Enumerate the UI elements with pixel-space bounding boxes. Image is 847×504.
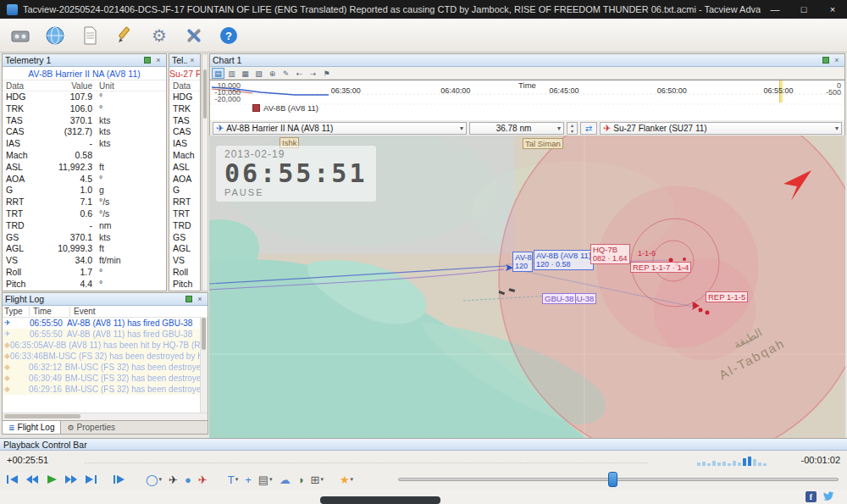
telemetry-row[interactable]: TRK106.0°: [3, 103, 166, 115]
tab-flight-log[interactable]: ≣ Flight Log: [3, 421, 61, 434]
map-unit-label[interactable]: GBU-38: [542, 293, 576, 304]
flight-log-row[interactable]: ✈06:55:50AV-8B (AV8 11) has fired GBU-38: [3, 329, 208, 340]
windows-tool-button[interactable]: ⊞▾: [307, 472, 325, 487]
telemetry-row[interactable]: G: [169, 185, 200, 197]
skip-end-button[interactable]: [81, 472, 99, 487]
telemetry-row[interactable]: TRD-nm: [3, 220, 166, 232]
chart-view-2[interactable]: ▥: [225, 68, 238, 79]
telemetry-1-object[interactable]: AV-8B Harrier II NA (AV8 11): [3, 67, 166, 80]
distance-select[interactable]: 36.78 nm ▾: [469, 122, 564, 135]
measure-tool-button[interactable]: +: [242, 472, 254, 487]
camera-aircraft-button[interactable]: ✈: [166, 472, 180, 487]
telemetry-row[interactable]: Mach: [169, 150, 200, 162]
telemetry-scrollbar[interactable]: [202, 53, 208, 291]
chart-view-3[interactable]: ▦: [239, 68, 252, 79]
flight-log-row[interactable]: ◆06:32:12BM-USC (FS 32) has been destroy…: [3, 362, 208, 373]
flight-log-row[interactable]: ◆06:35:05AV-8B (AV8 11) has been hit by …: [3, 340, 208, 351]
telemetry-row[interactable]: RRT7.1°/s: [3, 197, 166, 208]
primary-object-select[interactable]: ✈ AV-8B Harrier II NA (AV8 11) ▾: [213, 122, 467, 135]
scrollbar-thumb[interactable]: [4, 414, 80, 418]
close-panel-icon[interactable]: ×: [187, 55, 197, 66]
telemetry-row[interactable]: Roll1.7°: [3, 267, 166, 279]
telemetry-row[interactable]: IAS: [169, 138, 200, 150]
float-panel-icon[interactable]: [822, 57, 829, 64]
online-globe-button[interactable]: [42, 22, 69, 49]
flight-log-vscrollbar[interactable]: [200, 317, 208, 413]
telemetry-row[interactable]: HDG107.9°: [3, 91, 166, 103]
tab-properties[interactable]: ⚙ Properties: [61, 421, 121, 434]
layers-tool-button[interactable]: ▤▾: [256, 472, 275, 487]
minimize-button[interactable]: —: [761, 0, 789, 19]
chart-plot-area[interactable]: Time AV-8B (AV8 11) 06:35:0006:40:0006:4…: [210, 80, 844, 120]
telemetry-row[interactable]: GS370.1kts: [3, 232, 166, 244]
slider-handle[interactable]: [608, 472, 617, 487]
camera-weapon-button[interactable]: ✈: [196, 472, 210, 487]
slider-track[interactable]: [398, 478, 839, 481]
map-unit-label[interactable]: AV-8B (AV8 11)120 · 0.58: [534, 250, 594, 270]
telemetry-row[interactable]: ASL11,992.3ft: [3, 162, 166, 174]
map-unit-label[interactable]: HQ-7B082 · 1.64: [590, 244, 630, 264]
telemetry-row[interactable]: IAS-kts: [3, 138, 166, 150]
float-panel-icon[interactable]: [144, 57, 151, 64]
edit-tool[interactable]: ✎: [280, 68, 292, 79]
weather-tool-button[interactable]: ☁: [277, 472, 293, 487]
flight-recorder-button[interactable]: [7, 22, 34, 49]
telemetry-row[interactable]: AGL: [169, 243, 200, 255]
distance-spinner[interactable]: ▴▾: [567, 122, 578, 135]
rewind-button[interactable]: [23, 472, 41, 487]
telemetry-row[interactable]: TRD: [169, 220, 200, 232]
fast-forward-button[interactable]: [62, 472, 80, 487]
pan-right-tool[interactable]: ⇢: [307, 68, 319, 79]
map-unit-label[interactable]: 1-1-6: [636, 249, 657, 258]
map-unit-label[interactable]: REP 1-1-5: [706, 291, 748, 302]
facebook-icon[interactable]: f: [805, 491, 817, 502]
zoom-tool[interactable]: ⊕: [266, 68, 279, 79]
chart-view-1[interactable]: ▤: [212, 68, 224, 79]
terrain-tool-button[interactable]: ◑: [295, 472, 307, 487]
telemetry-row[interactable]: VS34.0ft/min: [3, 255, 166, 267]
telemetry-row[interactable]: HDG: [169, 91, 200, 103]
close-button[interactable]: ×: [818, 0, 847, 19]
step-forward-button[interactable]: [110, 472, 128, 487]
twitter-icon[interactable]: [822, 491, 835, 502]
document-button[interactable]: [76, 22, 103, 49]
telemetry-row[interactable]: Pitch4.4°: [3, 279, 166, 291]
map-unit-label[interactable]: REP 1-1-7 · 1-4: [630, 262, 691, 273]
close-panel-icon[interactable]: ×: [195, 294, 205, 305]
annotation-pen-button[interactable]: [111, 22, 138, 49]
telemetry-row[interactable]: TRT: [169, 208, 200, 220]
telemetry-row[interactable]: Pitch: [169, 279, 200, 291]
telemetry-row[interactable]: TAS370.1kts: [3, 115, 166, 127]
map-3d-view[interactable]: IshkTal SimanGBU-38GBU-38AV-8120AV-8B (A…: [209, 136, 845, 438]
close-panel-icon[interactable]: ×: [153, 55, 163, 66]
telemetry-row[interactable]: RRT: [169, 197, 200, 208]
telemetry-2-object[interactable]: Su-27 Flan...: [169, 67, 200, 80]
close-panel-icon[interactable]: ×: [832, 55, 842, 66]
map-unit-label[interactable]: AV-8120: [512, 252, 533, 272]
swap-objects-button[interactable]: ⇄: [580, 122, 597, 135]
pan-left-tool[interactable]: ⇠: [293, 68, 306, 79]
tools-button[interactable]: [180, 22, 208, 49]
flight-log-row[interactable]: ✈06:55:50AV-8B (AV8 11) has fired GBU-38: [3, 318, 208, 329]
flight-log-row[interactable]: ◆06:29:16BM-USC (FS 32) has been destroy…: [3, 384, 208, 395]
flight-log-hscrollbar[interactable]: [3, 413, 208, 420]
telemetry-row[interactable]: G1.0g: [3, 185, 166, 197]
play-button[interactable]: [42, 472, 60, 487]
telemetry-row[interactable]: TRK: [169, 103, 200, 115]
telemetry-row[interactable]: TAS: [169, 115, 200, 127]
labels-tool-button[interactable]: T▾: [225, 472, 241, 487]
telemetry-row[interactable]: CAS: [169, 126, 200, 138]
bookmark-tool[interactable]: ⚑: [320, 68, 333, 79]
camera-earth-button[interactable]: ●: [182, 472, 194, 487]
secondary-object-select[interactable]: ✈ Su-27 Flanker (SU27 11) ▾: [600, 122, 842, 135]
chart-legend[interactable]: AV-8B (AV8 11): [252, 103, 318, 113]
telemetry-row[interactable]: GS: [169, 232, 200, 244]
telemetry-row[interactable]: VS: [169, 255, 200, 267]
telemetry-row[interactable]: TRT0.6°/s: [3, 208, 166, 220]
favorites-button[interactable]: ★ ▾: [337, 474, 356, 486]
telemetry-row[interactable]: AOA4.5°: [3, 174, 166, 186]
settings-button[interactable]: ⚙: [146, 22, 173, 49]
float-panel-icon[interactable]: [185, 296, 192, 302]
map-place-label[interactable]: Tal Siman: [523, 138, 563, 149]
skip-start-button[interactable]: [3, 472, 21, 487]
